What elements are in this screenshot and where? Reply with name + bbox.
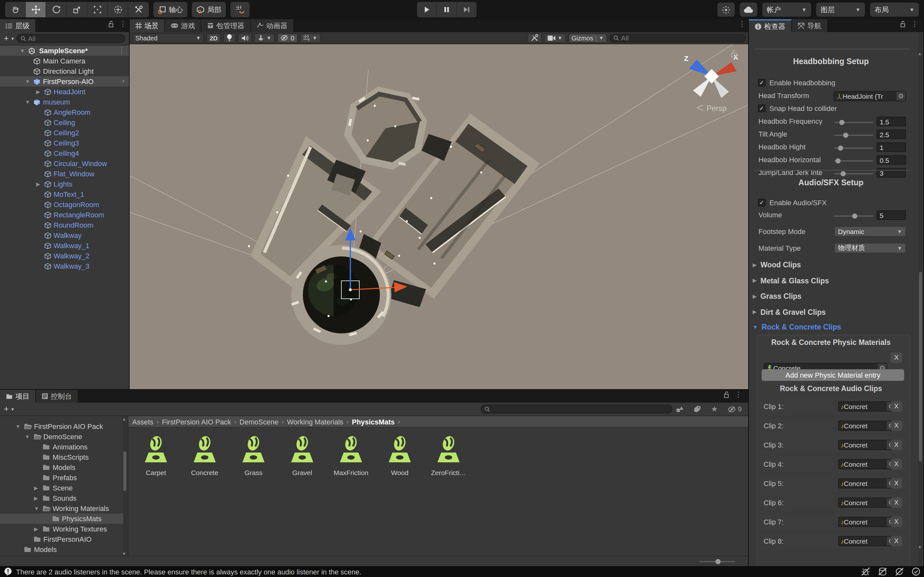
project-folder-FirstPersion AIO Pack[interactable]: ▼FirstPersion AIO Pack bbox=[0, 421, 123, 432]
rect-tool-button[interactable] bbox=[87, 2, 108, 17]
hand-tool-button[interactable] bbox=[5, 2, 26, 17]
breadcrumb-FirstPersion AIO Pack[interactable]: FirstPersion AIO Pack bbox=[162, 418, 231, 425]
cache-server-disabled-icon[interactable] bbox=[879, 567, 887, 576]
slider-value[interactable]: 1 bbox=[877, 142, 906, 152]
foldout-arrow-icon[interactable]: ▼ bbox=[25, 434, 30, 440]
asset-Wood[interactable]: Wood bbox=[378, 435, 422, 476]
debugger-disabled-icon[interactable] bbox=[861, 567, 870, 576]
chevron-down-icon[interactable]: ▾ bbox=[11, 406, 14, 412]
asset-ZeroFricti…[interactable]: ZeroFricti… bbox=[427, 435, 470, 476]
project-folder-Models[interactable]: Models bbox=[0, 462, 123, 472]
tab-inspector[interactable]: 检查器 bbox=[749, 19, 792, 32]
pause-button[interactable] bbox=[437, 2, 457, 17]
scene-tools-button[interactable] bbox=[527, 33, 541, 43]
local-toggle-button[interactable]: 局部 bbox=[192, 2, 226, 17]
hierarchy-item-Lights[interactable]: ▶Lights bbox=[0, 179, 129, 189]
inspector-scrollbar[interactable]: ▲ ▼ bbox=[918, 32, 923, 565]
foldout-arrow-icon[interactable]: ▼ bbox=[34, 506, 39, 512]
2d-toggle-button[interactable]: 2D bbox=[207, 33, 221, 43]
hierarchy-item-Circular_Window[interactable]: Circular_Window bbox=[0, 158, 129, 169]
slider-knob[interactable] bbox=[841, 171, 846, 176]
favorites-star-icon[interactable]: ★ bbox=[711, 405, 718, 414]
material-type-dropdown[interactable]: 物理材质▼ bbox=[834, 243, 906, 253]
scene-audio-toggle[interactable] bbox=[238, 33, 252, 43]
hierarchy-item-FirstPerson-AIO[interactable]: ▼FirstPerson-AIO› bbox=[0, 76, 129, 87]
hierarchy-item-Main Camera[interactable]: Main Camera bbox=[0, 56, 129, 66]
clip-audio-field[interactable]: ♪Concret⊙ bbox=[838, 459, 897, 469]
scene-effects-dropdown[interactable]: ▼ bbox=[254, 33, 275, 43]
asset-MaxFriction[interactable]: MaxFriction bbox=[329, 435, 373, 476]
remove-clip-button[interactable]: X bbox=[891, 478, 902, 488]
lock-open-icon[interactable] bbox=[723, 391, 730, 398]
project-folder-FirstPersonAIO[interactable]: FirstPersonAIO bbox=[0, 534, 123, 544]
scene-search-input[interactable]: All bbox=[610, 34, 746, 42]
remove-clip-button[interactable]: X bbox=[891, 498, 902, 508]
tab-project[interactable]: 项目 bbox=[0, 390, 36, 403]
asset-Gravel[interactable]: Gravel bbox=[280, 435, 324, 476]
filter-by-type-icon[interactable] bbox=[676, 405, 684, 413]
panel-menu-icon[interactable]: ⋮ bbox=[738, 21, 746, 27]
slider-knob[interactable] bbox=[839, 120, 844, 125]
hidden-packages-toggle[interactable]: 9 bbox=[728, 405, 742, 413]
step-button[interactable] bbox=[457, 2, 477, 17]
remove-clip-button[interactable]: X bbox=[891, 401, 902, 412]
slider-track[interactable] bbox=[834, 122, 873, 123]
shading-mode-dropdown[interactable]: Shaded▼ bbox=[132, 33, 204, 43]
slider-value[interactable]: 1.5 bbox=[877, 117, 906, 126]
foldout-arrow-icon[interactable]: ▼ bbox=[24, 99, 31, 105]
object-picker-icon[interactable]: ⊙ bbox=[897, 92, 905, 101]
breadcrumb-PhysicsMats[interactable]: PhysicsMats bbox=[352, 418, 395, 425]
tab-package-manager[interactable]: 包管理器 bbox=[202, 19, 251, 32]
head-transform-field[interactable]: HeadJoint (Tr ⊙ bbox=[834, 91, 906, 101]
project-folder-Working Materials[interactable]: ▼Working Materials bbox=[0, 503, 123, 514]
hierarchy-item-Walkway[interactable]: Walkway bbox=[0, 230, 129, 240]
activity-ok-icon[interactable] bbox=[912, 567, 920, 576]
clip-audio-field[interactable]: ♪Concret⊙ bbox=[838, 478, 897, 488]
remove-material-button[interactable]: X bbox=[891, 353, 902, 363]
scene-viewport-canvas[interactable]: Z X Persp bbox=[129, 44, 748, 389]
panel-menu-icon[interactable]: ⋮ bbox=[735, 391, 742, 398]
hierarchy-item-Ceiling3[interactable]: Ceiling3 bbox=[0, 138, 129, 148]
foldout-arrow-icon[interactable]: ▼ bbox=[15, 424, 21, 430]
project-folder-DemoScene[interactable]: ▼DemoScene bbox=[0, 432, 123, 442]
hierarchy-item-Directional Light[interactable]: Directional Light bbox=[0, 66, 129, 76]
enable-headbobbing-checkbox[interactable]: ✓ bbox=[758, 79, 766, 87]
hierarchy-item-AngleRoom[interactable]: AngleRoom bbox=[0, 107, 129, 117]
foldout-Dirt & Gravel Clips[interactable]: ▶Dirt & Gravel Clips bbox=[753, 308, 826, 316]
play-button[interactable] bbox=[417, 2, 437, 17]
project-folder-Scene[interactable]: ▶Scene bbox=[0, 483, 123, 493]
slider-knob[interactable] bbox=[838, 145, 843, 151]
enable-audio-checkbox[interactable]: ✓ bbox=[758, 199, 766, 206]
breadcrumb-Assets[interactable]: Assets bbox=[132, 418, 153, 425]
snap-head-checkbox[interactable]: ✓ bbox=[758, 105, 766, 112]
axis-orientation-gizmo[interactable]: Z X bbox=[684, 50, 738, 98]
slider-value[interactable]: 0.5 bbox=[877, 155, 906, 165]
slider-knob[interactable] bbox=[843, 133, 848, 138]
clip-audio-field[interactable]: ♪Concret⊙ bbox=[838, 498, 897, 508]
create-add-button[interactable]: + bbox=[4, 35, 9, 42]
projection-toggle[interactable]: Persp bbox=[697, 104, 727, 113]
lock-open-icon[interactable] bbox=[108, 21, 114, 27]
foldout-Metal & Glass Clips[interactable]: ▶Metal & Glass Clips bbox=[753, 277, 829, 284]
clip-audio-field[interactable]: ♪Concret⊙ bbox=[838, 440, 897, 450]
asset-Grass[interactable]: Grass bbox=[232, 435, 275, 476]
editor-theme-button[interactable] bbox=[717, 3, 735, 17]
tab-console[interactable]: 控制台 bbox=[36, 390, 78, 403]
project-folder-Working Textures[interactable]: ▶Working Textures bbox=[0, 524, 123, 534]
add-physic-material-button[interactable]: Add new Physic Material entry bbox=[762, 369, 904, 381]
project-folder-Prefabs[interactable]: Prefabs bbox=[0, 472, 123, 483]
custom-tool-button[interactable] bbox=[128, 2, 149, 17]
remove-clip-button[interactable]: X bbox=[891, 517, 902, 527]
footstep-mode-dropdown[interactable]: Dynamic▼ bbox=[834, 226, 906, 237]
volume-slider[interactable] bbox=[834, 215, 873, 217]
foldout-arrow-icon[interactable]: ▶ bbox=[34, 496, 38, 501]
hierarchy-search-input[interactable]: All bbox=[16, 34, 125, 43]
layout-dropdown[interactable]: 布局▼ bbox=[870, 3, 919, 17]
snap-toggle-button[interactable] bbox=[230, 2, 250, 17]
asset-zoom-slider[interactable] bbox=[699, 561, 735, 562]
hierarchy-scene-row[interactable]: ▼ SampleScene* ⋮ bbox=[0, 45, 129, 56]
hierarchy-item-Walkway_3[interactable]: Walkway_3 bbox=[0, 261, 129, 271]
pivot-toggle-button[interactable]: 轴心 bbox=[153, 2, 187, 17]
project-tree-scrollbar[interactable]: ▲ ▼ bbox=[123, 416, 127, 556]
cloud-services-button[interactable] bbox=[740, 3, 757, 17]
